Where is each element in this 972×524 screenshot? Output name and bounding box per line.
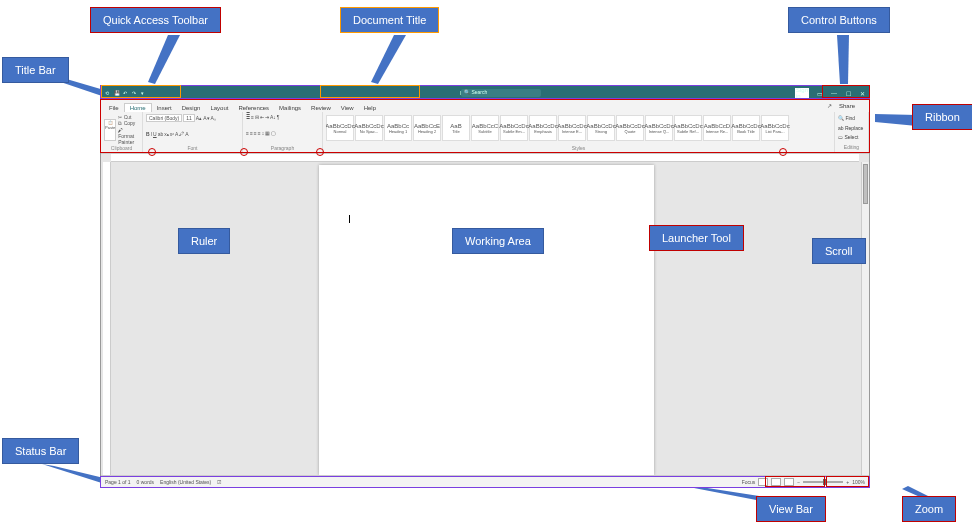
style-item[interactable]: AaBbCcDIntense Re... xyxy=(703,115,731,141)
horizontal-ruler[interactable] xyxy=(111,154,859,162)
grow-font-icon[interactable]: A▴ xyxy=(196,115,202,121)
vertical-scrollbar[interactable] xyxy=(861,162,869,475)
style-gallery[interactable]: AaBbCcDcNormalAaBbCcDcNo Spac...AaBbCcHe… xyxy=(326,114,831,142)
paste-button[interactable]: 📋Paste xyxy=(104,119,116,141)
title-bar: ⟲ 💾 ↶ ↷ ▾ Document1 - Word 🔍 Search Sign… xyxy=(101,86,869,100)
save-icon[interactable]: 💾 xyxy=(114,90,120,96)
clear-format-icon[interactable]: Aₓ xyxy=(211,115,216,121)
callout-working-area: Working Area xyxy=(452,228,544,254)
style-item[interactable]: AaBbCcDcNormal xyxy=(326,115,354,141)
tab-layout[interactable]: Layout xyxy=(205,104,233,112)
vertical-ruler[interactable] xyxy=(103,162,111,475)
tab-mailings[interactable]: Mailings xyxy=(274,104,306,112)
page-indicator[interactable]: Page 1 of 1 xyxy=(105,479,131,485)
style-item[interactable]: AaBbCcHeading 1 xyxy=(384,115,412,141)
show-marks-icon[interactable]: ¶ xyxy=(277,114,280,120)
style-item[interactable]: AaBbCcDcList Para... xyxy=(761,115,789,141)
multilevel-icon[interactable]: ⊟ xyxy=(255,114,259,120)
increase-indent-icon[interactable]: ⇥ xyxy=(265,114,269,120)
bullets-icon[interactable]: ≣ xyxy=(246,114,250,120)
language-indicator[interactable]: English (United States) xyxy=(160,479,211,485)
focus-mode[interactable]: Focus xyxy=(742,479,756,485)
undo-icon[interactable]: ↶ xyxy=(123,90,129,96)
print-layout-icon[interactable] xyxy=(771,478,781,486)
strike-icon[interactable]: ab xyxy=(158,131,164,137)
autosave-icon[interactable]: ⟲ xyxy=(105,90,111,96)
style-item[interactable]: AaBbCcCSubtitle xyxy=(471,115,499,141)
ribbon-options-icon[interactable]: ▭ xyxy=(813,88,827,98)
align-right-icon[interactable]: ≡ xyxy=(254,130,257,136)
font-size-select[interactable]: 11 xyxy=(183,114,195,122)
tab-home[interactable]: Home xyxy=(124,103,152,112)
decrease-indent-icon[interactable]: ⇤ xyxy=(260,114,264,120)
style-item[interactable]: AaBbCcDcQuote xyxy=(616,115,644,141)
find-button[interactable]: 🔍 Find xyxy=(838,114,865,122)
style-item[interactable]: AaBTitle xyxy=(442,115,470,141)
text-effects-icon[interactable]: A xyxy=(175,131,178,137)
ribbon-tabs: File Home Insert Design Layout Reference… xyxy=(101,100,869,112)
share-button[interactable]: ↗ Share xyxy=(822,101,865,110)
style-item[interactable]: AaBbCcDcIntense E... xyxy=(558,115,586,141)
zoom-in-icon[interactable]: + xyxy=(846,479,849,485)
close-icon[interactable]: ✕ xyxy=(855,88,869,98)
group-paragraph: ≣ ≡ ⊟ ⇤ ⇥ A↓ ¶ ≡ ≡ ≡ ≡ ↕ ▦ ▢ Paragraph xyxy=(243,112,323,153)
copy-button[interactable]: ⧉ Copy xyxy=(118,120,139,127)
style-item[interactable]: AaBbCcDcEmphasis xyxy=(529,115,557,141)
zoom-slider[interactable] xyxy=(803,481,843,483)
align-left-icon[interactable]: ≡ xyxy=(246,130,249,136)
bold-icon[interactable]: B xyxy=(146,131,150,137)
callout-title-bar: Title Bar xyxy=(2,57,69,83)
tab-insert[interactable]: Insert xyxy=(152,104,177,112)
borders-icon[interactable]: ▢ xyxy=(271,130,276,136)
justify-icon[interactable]: ≡ xyxy=(258,130,261,136)
signin-button[interactable]: Sign in xyxy=(795,88,809,98)
select-button[interactable]: ▭ Select xyxy=(838,133,865,141)
shading-icon[interactable]: ▦ xyxy=(265,130,270,136)
minimize-icon[interactable]: — xyxy=(827,88,841,98)
replace-button[interactable]: ab Replace xyxy=(838,124,865,132)
style-item[interactable]: AaBbCcEHeading 2 xyxy=(413,115,441,141)
quick-access-toolbar[interactable]: ⟲ 💾 ↶ ↷ ▾ xyxy=(105,90,147,96)
redo-icon[interactable]: ↷ xyxy=(132,90,138,96)
line-spacing-icon[interactable]: ↕ xyxy=(262,130,265,136)
style-item[interactable]: AaBbCcDcSubtle Em... xyxy=(500,115,528,141)
highlight-icon[interactable]: 🖍 xyxy=(179,131,184,137)
web-layout-icon[interactable] xyxy=(784,478,794,486)
search-box[interactable]: 🔍 Search xyxy=(461,89,541,97)
qat-more-icon[interactable]: ▾ xyxy=(141,90,147,96)
numbering-icon[interactable]: ≡ xyxy=(251,114,254,120)
align-center-icon[interactable]: ≡ xyxy=(250,130,253,136)
zoom-level[interactable]: 100% xyxy=(852,479,865,485)
page-area xyxy=(111,162,861,475)
accessibility-icon[interactable]: ☑ xyxy=(217,479,221,485)
tab-review[interactable]: Review xyxy=(306,104,336,112)
document-page[interactable] xyxy=(319,165,654,475)
maximize-icon[interactable]: ☐ xyxy=(841,88,855,98)
font-name-select[interactable]: Calibri (Body) xyxy=(146,114,182,122)
italic-icon[interactable]: I xyxy=(151,131,152,137)
sort-icon[interactable]: A↓ xyxy=(270,114,276,120)
style-item[interactable]: AaBbCcDcNo Spac... xyxy=(355,115,383,141)
underline-icon[interactable]: U xyxy=(153,131,157,137)
tab-file[interactable]: File xyxy=(104,104,124,112)
subscript-icon[interactable]: x₂ xyxy=(164,131,169,137)
format-painter-button[interactable]: 🖌 Format Painter xyxy=(118,127,139,145)
zoom-out-icon[interactable]: − xyxy=(797,479,800,485)
style-item[interactable]: AaBbCcDcStrong xyxy=(587,115,615,141)
style-item[interactable]: AaBbCcDcIntense Q... xyxy=(645,115,673,141)
callout-zoom: Zoom xyxy=(902,496,956,522)
word-count[interactable]: 0 words xyxy=(137,479,155,485)
style-item[interactable]: AaBbCcDcSubtle Ref... xyxy=(674,115,702,141)
font-color-icon[interactable]: A xyxy=(185,131,188,137)
window-controls: Sign in ▭ — ☐ ✕ xyxy=(795,88,869,98)
tab-view[interactable]: View xyxy=(336,104,359,112)
scroll-thumb[interactable] xyxy=(863,164,868,204)
superscript-icon[interactable]: x² xyxy=(170,131,174,137)
shrink-font-icon[interactable]: A▾ xyxy=(203,115,209,121)
read-mode-icon[interactable] xyxy=(758,478,768,486)
tab-references[interactable]: References xyxy=(233,104,274,112)
callout-control-buttons: Control Buttons xyxy=(788,7,890,33)
tab-design[interactable]: Design xyxy=(177,104,206,112)
tab-help[interactable]: Help xyxy=(359,104,381,112)
style-item[interactable]: AaBbCcDcBook Title xyxy=(732,115,760,141)
